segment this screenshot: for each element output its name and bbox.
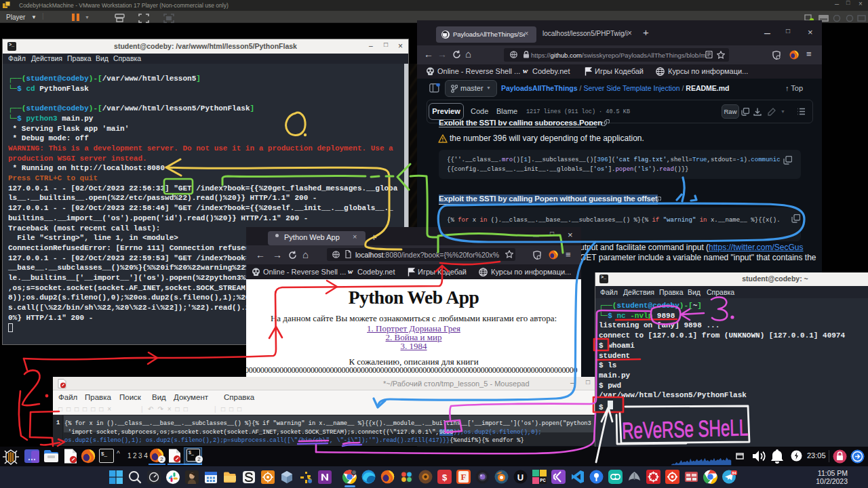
svg-text:PC: PC <box>540 478 545 483</box>
svg-text:U: U <box>517 472 524 483</box>
svg-text:F: F <box>461 472 467 482</box>
svg-text:$: $ <box>442 472 448 483</box>
svg-text:84: 84 <box>732 471 736 475</box>
